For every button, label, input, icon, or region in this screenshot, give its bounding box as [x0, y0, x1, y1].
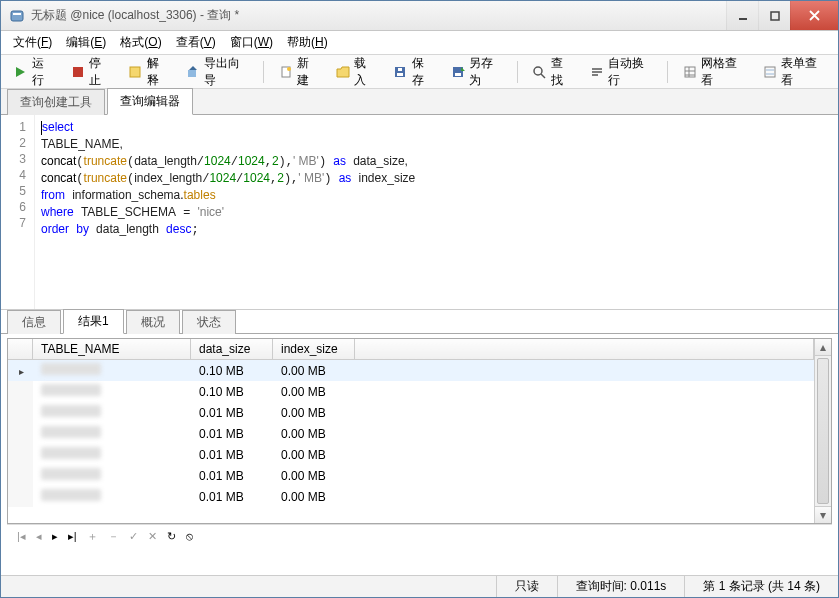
row-marker — [8, 423, 33, 444]
cell-data-size[interactable]: 0.01 MB — [191, 402, 273, 423]
scroll-down-icon[interactable]: ▾ — [815, 506, 831, 523]
row-marker — [8, 486, 33, 507]
status-bar: 只读 查询时间: 0.011s 第 1 条记录 (共 14 条) — [1, 575, 838, 597]
svg-rect-6 — [188, 70, 196, 77]
svg-rect-2 — [739, 18, 747, 20]
nav-prev-icon[interactable]: ◂ — [36, 530, 42, 543]
svg-point-14 — [534, 67, 542, 75]
cell-index-size[interactable]: 0.00 MB — [273, 486, 355, 507]
cell-index-size[interactable]: 0.00 MB — [273, 402, 355, 423]
table-row[interactable]: 0.01 MB0.00 MB — [8, 465, 814, 486]
cell-data-size[interactable]: 0.10 MB — [191, 360, 273, 382]
cell-table-name[interactable] — [33, 402, 191, 423]
column-header[interactable]: index_size — [273, 339, 355, 360]
search-icon — [532, 64, 547, 80]
find-button[interactable]: 查找 — [526, 51, 579, 93]
cell-table-name[interactable] — [33, 486, 191, 507]
minimize-button[interactable] — [726, 1, 758, 30]
tab-status[interactable]: 状态 — [182, 310, 236, 334]
nav-first-icon[interactable]: |◂ — [17, 530, 26, 543]
result-grid-wrap: TABLE_NAME data_size index_size 0.10 MB0… — [7, 338, 832, 524]
row-marker-header — [8, 339, 33, 360]
table-row[interactable]: 0.01 MB0.00 MB — [8, 402, 814, 423]
status-readonly: 只读 — [496, 576, 557, 597]
folder-icon — [335, 64, 350, 80]
grid-icon — [682, 64, 697, 80]
line-gutter: 1234567 — [1, 115, 35, 309]
table-row[interactable]: 0.10 MB0.00 MB — [8, 381, 814, 402]
sql-editor[interactable]: select TABLE_NAME, concat(truncate(data_… — [35, 115, 838, 309]
cell-table-name[interactable] — [33, 360, 191, 382]
nav-stop-icon[interactable]: ⦸ — [186, 530, 193, 543]
row-marker — [8, 402, 33, 423]
table-row[interactable]: 0.01 MB0.00 MB — [8, 486, 814, 507]
svg-rect-1 — [13, 13, 21, 15]
explain-button[interactable]: 解释 — [122, 51, 175, 93]
row-marker — [8, 360, 33, 382]
maximize-button[interactable] — [758, 1, 790, 30]
table-row[interactable]: 0.01 MB0.00 MB — [8, 444, 814, 465]
cell-data-size[interactable]: 0.01 MB — [191, 444, 273, 465]
save-button[interactable]: 保存 — [387, 51, 440, 93]
play-icon — [13, 64, 28, 80]
tab-profile[interactable]: 概况 — [126, 310, 180, 334]
cell-index-size[interactable]: 0.00 MB — [273, 360, 355, 382]
table-row[interactable]: 0.10 MB0.00 MB — [8, 360, 814, 382]
save-as-button[interactable]: 另存为 — [444, 51, 509, 93]
load-button[interactable]: 载入 — [329, 51, 382, 93]
close-button[interactable] — [790, 1, 838, 30]
cell-index-size[interactable]: 0.00 MB — [273, 444, 355, 465]
svg-rect-16 — [765, 67, 775, 77]
tab-query-builder[interactable]: 查询创建工具 — [7, 89, 105, 115]
nav-last-icon[interactable]: ▸| — [68, 530, 77, 543]
svg-rect-13 — [455, 73, 461, 76]
tab-query-editor[interactable]: 查询编辑器 — [107, 88, 193, 115]
app-icon — [9, 8, 25, 24]
window-title: 无标题 @nice (localhost_3306) - 查询 * — [31, 7, 726, 24]
nav-add-icon[interactable]: ＋ — [87, 529, 98, 544]
scroll-up-icon[interactable]: ▴ — [815, 339, 831, 356]
nav-cancel-icon[interactable]: ✕ — [148, 530, 157, 543]
form-icon — [762, 64, 777, 80]
vertical-scrollbar[interactable]: ▴ ▾ — [814, 339, 831, 523]
stop-button[interactable]: 停止 — [64, 51, 117, 93]
cell-table-name[interactable] — [33, 423, 191, 444]
cell-table-name[interactable] — [33, 465, 191, 486]
status-query-time: 查询时间: 0.011s — [557, 576, 685, 597]
svg-point-8 — [287, 67, 291, 71]
table-row[interactable]: 0.01 MB0.00 MB — [8, 423, 814, 444]
new-button[interactable]: 新建 — [272, 51, 325, 93]
cell-data-size[interactable]: 0.01 MB — [191, 465, 273, 486]
column-header[interactable]: TABLE_NAME — [33, 339, 191, 360]
svg-rect-11 — [398, 68, 402, 71]
cell-data-size[interactable]: 0.01 MB — [191, 423, 273, 444]
tab-result1[interactable]: 结果1 — [63, 309, 124, 334]
run-button[interactable]: 运行 — [7, 51, 60, 93]
nav-delete-icon[interactable]: － — [108, 529, 119, 544]
cell-index-size[interactable]: 0.00 MB — [273, 465, 355, 486]
svg-rect-4 — [73, 67, 83, 77]
cell-table-name[interactable] — [33, 381, 191, 402]
cell-index-size[interactable]: 0.00 MB — [273, 381, 355, 402]
editor-pane: 1234567 select TABLE_NAME, concat(trunca… — [1, 115, 838, 310]
column-header[interactable]: data_size — [191, 339, 273, 360]
new-icon — [278, 64, 293, 80]
nav-refresh-icon[interactable]: ↻ — [167, 530, 176, 543]
svg-rect-3 — [771, 12, 779, 20]
row-marker — [8, 381, 33, 402]
cell-index-size[interactable]: 0.00 MB — [273, 423, 355, 444]
grid-view-button[interactable]: 网格查看 — [676, 51, 752, 93]
nav-next-icon[interactable]: ▸ — [52, 530, 58, 543]
cell-data-size[interactable]: 0.01 MB — [191, 486, 273, 507]
form-view-button[interactable]: 表单查看 — [756, 51, 832, 93]
scroll-thumb[interactable] — [817, 358, 829, 504]
svg-rect-18 — [766, 73, 774, 75]
save-icon — [393, 64, 408, 80]
cell-table-name[interactable] — [33, 444, 191, 465]
export-wizard-button[interactable]: 导出向导 — [179, 51, 255, 93]
nav-check-icon[interactable]: ✓ — [129, 530, 138, 543]
result-grid[interactable]: TABLE_NAME data_size index_size 0.10 MB0… — [8, 339, 814, 507]
tab-info[interactable]: 信息 — [7, 310, 61, 334]
cell-data-size[interactable]: 0.10 MB — [191, 381, 273, 402]
autowrap-button[interactable]: 自动换行 — [583, 51, 659, 93]
